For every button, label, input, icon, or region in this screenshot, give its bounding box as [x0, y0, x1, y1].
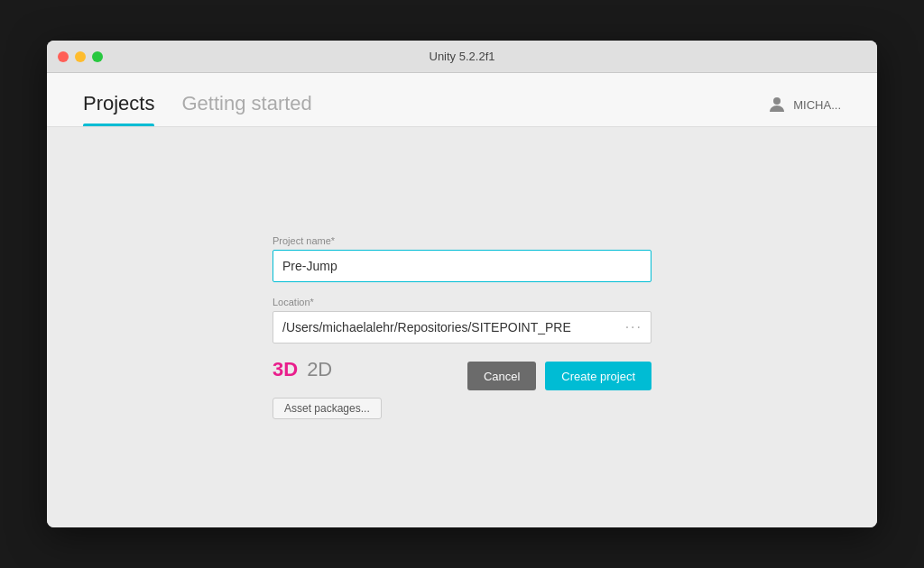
tab-projects[interactable]: Projects [83, 92, 154, 126]
title-bar: Unity 5.2.2f1 [47, 41, 877, 73]
project-name-input[interactable] [273, 250, 651, 282]
window-title: Unity 5.2.2f1 [430, 50, 495, 63]
location-group: Location* ··· [273, 297, 651, 344]
user-profile[interactable]: MICHA... [766, 94, 841, 115]
dimension-row: 3D 2D [273, 358, 382, 381]
nav-bar: Projects Getting started MICHA... [47, 73, 877, 127]
minimize-button[interactable] [75, 51, 86, 62]
asset-packages-button[interactable]: Asset packages... [273, 398, 382, 419]
location-input[interactable] [273, 311, 651, 344]
app-window: Unity 5.2.2f1 Projects Getting started M… [47, 41, 877, 527]
window-controls [58, 51, 103, 62]
location-label: Location* [273, 297, 651, 307]
3d-option[interactable]: 3D [273, 358, 298, 381]
left-controls: 3D 2D Asset packages... [273, 358, 382, 419]
project-name-label: Project name* [273, 235, 651, 246]
nav-tabs: Projects Getting started [83, 92, 312, 126]
close-button[interactable] [58, 51, 69, 62]
tab-getting-started[interactable]: Getting started [181, 92, 311, 126]
user-avatar-icon [766, 94, 788, 115]
2d-option[interactable]: 2D [307, 358, 332, 381]
user-name: MICHA... [793, 98, 841, 112]
create-project-button[interactable]: Create project [545, 362, 651, 390]
project-name-group: Project name* [273, 235, 651, 282]
location-browse-button[interactable]: ··· [625, 319, 642, 335]
cancel-button[interactable]: Cancel [467, 362, 536, 390]
svg-point-0 [773, 97, 781, 105]
action-row: Cancel Create project [467, 362, 651, 390]
main-content: Project name* Location* ··· 3D 2D A [47, 127, 877, 527]
location-wrapper: ··· [273, 311, 651, 344]
bottom-row: 3D 2D Asset packages... Cancel Create pr… [273, 358, 651, 419]
new-project-form: Project name* Location* ··· 3D 2D A [273, 235, 651, 419]
maximize-button[interactable] [92, 51, 103, 62]
